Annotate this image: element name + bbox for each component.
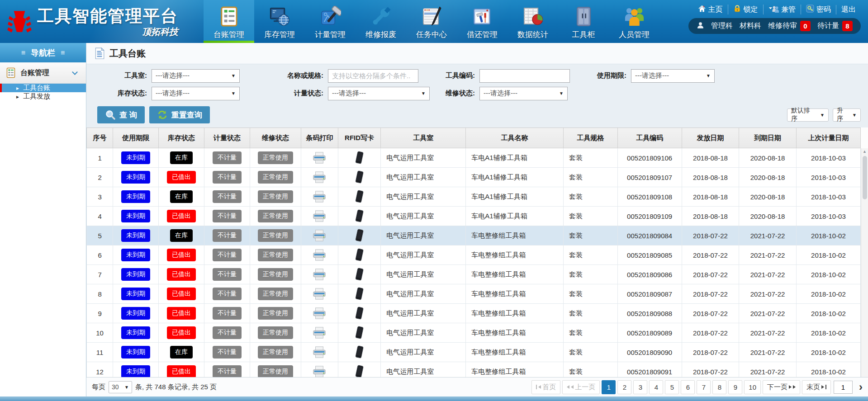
page-button-8[interactable]: 8 <box>712 380 726 394</box>
page-button-2[interactable]: 2 <box>617 380 631 394</box>
table-row[interactable]: 9未到期已借出不计量正常使用电气运用工具室车电整修组工具箱套装005201809… <box>87 304 861 323</box>
scroll-up-icon[interactable]: ▲ <box>863 148 867 155</box>
printer-icon[interactable] <box>312 171 327 184</box>
stock-status-select[interactable]: ---请选择--- ▼ <box>152 87 240 100</box>
page-button-5[interactable]: 5 <box>665 380 679 394</box>
per-page-select[interactable]: 30 ▼ <box>109 381 132 393</box>
quick-link-password[interactable]: 密码 <box>801 5 836 14</box>
scrollbar-thumb[interactable] <box>863 156 867 199</box>
nav-tab-borrow[interactable]: 借还管理 <box>457 0 508 43</box>
table-row[interactable]: 5未到期在库不计量正常使用电气运用工具室车电整修组工具箱套装0052018090… <box>87 226 861 245</box>
search-button[interactable]: 查 询 <box>97 106 145 123</box>
next-page-button[interactable]: 下一页 <box>763 380 800 394</box>
table-row[interactable]: 1未到期在库不计量正常使用电气运用工具室车电A1辅修工具箱套装005201809… <box>87 148 861 168</box>
cell-rfid-write <box>338 265 381 284</box>
printer-icon[interactable] <box>312 365 327 377</box>
tool-room-select[interactable]: ---请选择--- ▼ <box>152 69 240 83</box>
last-page-button[interactable]: 末页 <box>802 380 831 394</box>
goto-page-input[interactable] <box>834 381 853 394</box>
nav-tab-task[interactable]: 任务中心 <box>406 0 457 43</box>
prev-page-button[interactable]: 上一页 <box>562 380 600 394</box>
printer-icon[interactable] <box>312 210 327 222</box>
name-or-spec-input[interactable] <box>328 69 418 83</box>
reset-button[interactable]: 重置查询 <box>149 106 210 123</box>
rfid-icon[interactable] <box>353 170 366 184</box>
nav-tab-ledger[interactable]: 台账管理 <box>204 0 254 43</box>
page-button-7[interactable]: 7 <box>697 380 711 394</box>
sort-field-select[interactable]: 默认排序 ▼ <box>787 109 829 122</box>
repair-status-select[interactable]: ---请选择--- ▼ <box>479 87 568 100</box>
table-row[interactable]: 8未到期已借出不计量正常使用电气运用工具室车电整修组工具箱套装005201809… <box>87 284 861 304</box>
first-page-button[interactable]: 首页 <box>531 380 560 394</box>
cell-tool-code: 005201809088 <box>617 304 682 323</box>
rfid-icon[interactable] <box>353 229 366 242</box>
nav-tab-people[interactable]: 人员管理 <box>609 0 659 43</box>
sort-order-select[interactable]: 升序 ▼ <box>833 109 861 122</box>
user-bar-repair-review[interactable]: 维修待审0 <box>768 21 811 31</box>
cell-tool-code: 005201809107 <box>617 168 682 187</box>
printer-icon[interactable] <box>312 307 327 320</box>
user-bar-dept-admin[interactable]: 管理科 <box>711 21 733 31</box>
use-term-select[interactable]: ---请选择--- ▼ <box>631 69 715 83</box>
printer-icon[interactable] <box>312 326 327 339</box>
table-scrollbar[interactable]: ▲ <box>861 148 868 377</box>
rfid-icon[interactable] <box>353 307 366 320</box>
printer-icon[interactable] <box>312 190 327 203</box>
nav-tab-repair[interactable]: 维修报废 <box>356 0 406 43</box>
rfid-icon[interactable] <box>353 365 366 377</box>
printer-icon[interactable] <box>312 151 327 164</box>
table-row[interactable]: 11未到期在库不计量正常使用电气运用工具室车电整修组工具箱套装005201809… <box>87 343 861 362</box>
sidebar-item-tool-ledger[interactable]: ▸工具台账 <box>0 84 86 92</box>
table-row[interactable]: 3未到期在库不计量正常使用电气运用工具室车电A1辅修工具箱套装005201809… <box>87 187 861 207</box>
cell-rfid-write <box>338 284 381 304</box>
quick-link-home[interactable]: 主页 <box>693 5 728 14</box>
printer-icon[interactable] <box>312 249 327 261</box>
rfid-icon[interactable] <box>353 345 366 359</box>
rfid-icon[interactable] <box>353 248 366 262</box>
nav-tab-inventory[interactable]: 库存管理 <box>254 0 305 43</box>
page-button-1[interactable]: 1 <box>602 380 616 394</box>
rfid-icon[interactable] <box>353 209 366 223</box>
printer-icon[interactable] <box>312 229 327 242</box>
page-button-6[interactable]: 6 <box>681 380 695 394</box>
cell-stock-status: 在库 <box>159 226 204 245</box>
cell-repair-status: 正常使用 <box>250 343 301 362</box>
table-row[interactable]: 10未到期已借出不计量正常使用电气运用工具室车电整修组工具箱套装00520180… <box>87 323 861 343</box>
cell-metering-status: 不计量 <box>204 148 250 168</box>
sidebar-group-ledger[interactable]: 台账管理 <box>0 62 86 84</box>
cell-expire-date: 2021-07-22 <box>739 343 797 362</box>
tool-code-input[interactable] <box>479 69 570 83</box>
nav-tab-stats[interactable]: 数据统计 <box>508 0 558 43</box>
page-button-9[interactable]: 9 <box>728 380 742 394</box>
quick-link-logout[interactable]: 退出 <box>836 5 861 14</box>
printer-icon[interactable] <box>312 268 327 281</box>
rfid-icon[interactable] <box>353 326 366 340</box>
sidebar-item-tool-issue[interactable]: ▸工具发放 <box>0 92 86 101</box>
rfid-icon[interactable] <box>353 268 366 281</box>
table-row[interactable]: 6未到期已借出不计量正常使用电气运用工具室车电整修组工具箱套装005201809… <box>87 245 861 265</box>
user-bar-to-meter[interactable]: 待计量8 <box>817 21 853 31</box>
table-row[interactable]: 12未到期已借出不计量正常使用电气运用工具室车电整修组工具箱套装00520180… <box>87 362 861 377</box>
metering-status-select[interactable]: ---请选择--- ▼ <box>328 87 430 100</box>
nav-tab-cabinet[interactable]: 工具柜 <box>558 0 609 43</box>
table-row[interactable]: 2未到期已借出不计量正常使用电气运用工具室车电A1辅修工具箱套装00520180… <box>87 168 861 187</box>
panel-collapse-icon[interactable]: › <box>859 382 863 392</box>
rfid-icon[interactable] <box>353 287 366 301</box>
page-button-3[interactable]: 3 <box>633 380 647 394</box>
printer-icon[interactable] <box>312 288 327 300</box>
printer-icon[interactable] <box>312 346 327 359</box>
user-bar-dept-material[interactable]: 材料科 <box>740 21 761 31</box>
page-button-10[interactable]: 10 <box>744 380 761 394</box>
cell-last-metering-date: 2018-10-02 <box>796 265 860 284</box>
rfid-icon[interactable] <box>353 190 366 203</box>
quick-link-lock[interactable]: 锁定 <box>728 5 763 14</box>
table-row[interactable]: 4未到期已借出不计量正常使用电气运用工具室车电A1辅修工具箱套装00520180… <box>87 207 861 226</box>
nav-tab-label: 工具柜 <box>572 29 595 40</box>
page-button-4[interactable]: 4 <box>649 380 663 394</box>
nav-tab-metering[interactable]: 计量管理 <box>305 0 356 43</box>
quick-link-comanage[interactable]: 兼管 <box>763 5 801 14</box>
cell-last-metering-date: 2018-10-02 <box>796 362 860 377</box>
cell-serial: 3 <box>87 187 113 207</box>
table-row[interactable]: 7未到期已借出不计量正常使用电气运用工具室车电整修组工具箱套装005201809… <box>87 265 861 284</box>
rfid-icon[interactable] <box>353 151 366 165</box>
